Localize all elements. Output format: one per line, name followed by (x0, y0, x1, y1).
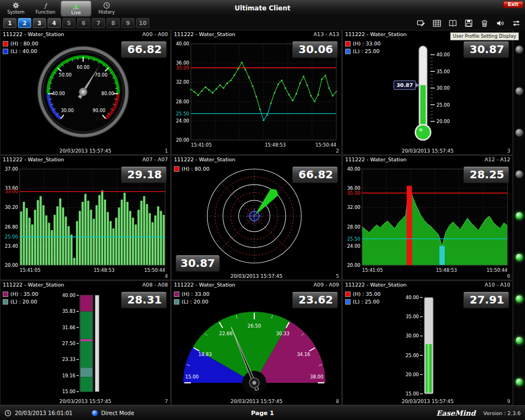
nav-tab-system[interactable]: System (1, 0, 31, 16)
nav-tab-function[interactable]: ƒ Function (31, 0, 60, 16)
value-readout: 23.62 (292, 291, 338, 308)
panel-header: 111222 - Water_StationA13 - A13 (171, 30, 342, 38)
legend-label: (H) : 80.00 (10, 40, 38, 46)
tab-row: 12345678910 (0, 16, 525, 30)
led-indicator-8 (515, 336, 523, 345)
page-tab-3[interactable]: 3 (33, 18, 46, 28)
panel-station: 111222 - Water_Station (345, 31, 406, 38)
svg-text:31.66: 31.66 (62, 325, 75, 330)
page-tabs: 12345678910 (2, 16, 149, 28)
page-tab-10[interactable]: 10 (136, 18, 149, 28)
panel-station: 111222 - Water_Station (3, 282, 64, 289)
page-tab-7[interactable]: 7 (92, 18, 105, 28)
page-tab-6[interactable]: 6 (77, 18, 90, 28)
page-tab-4[interactable]: 4 (48, 18, 61, 28)
nav-tab-history[interactable]: History (92, 0, 121, 16)
panel-index: 1 (165, 148, 168, 154)
svg-text:15:50:44: 15:50:44 (487, 267, 508, 273)
panel-body: 30.0040.0050.0060.0070.0080.0090.00(H) :… (0, 38, 171, 155)
panel-station: 111222 - Water_Station (3, 156, 64, 164)
panel-timestamp: 20/03/2013 15:57:45 (342, 148, 513, 154)
svg-text:15.00: 15.00 (185, 374, 199, 380)
panel-5-radar[interactable]: 111222 - Water_Station(H) : 80.0066.8230… (171, 155, 342, 280)
svg-text:19.16: 19.16 (62, 373, 75, 378)
toolbar-button-new-display[interactable] (414, 18, 428, 28)
value-readout: 30.87 (463, 41, 509, 58)
panel-legend: (H) : 35.00(L) : 25.00 (345, 291, 381, 305)
toolbar-button-user-profile[interactable] (446, 18, 459, 28)
status-bar: 20/03/2013 16:01:01 Direct Mode Page 1 E… (0, 405, 525, 420)
panel-timestamp: 20/03/2013 15:57:45 (171, 399, 342, 404)
panel-2-line[interactable]: 111222 - Water_StationA13 - A1340.0036.0… (171, 30, 342, 155)
toolbar-button-sync[interactable] (509, 18, 523, 28)
audio-icon (495, 19, 506, 28)
svg-text:15.00: 15.00 (406, 391, 419, 396)
svg-text:40.00: 40.00 (347, 166, 360, 172)
led-indicator-9 (515, 378, 523, 386)
page-tab-9[interactable]: 9 (121, 18, 135, 28)
panel-header: 111222 - Water_StationA12 - A12 (342, 155, 513, 164)
legend-item: (H) : 80.00 (174, 166, 209, 172)
legend-label: (H) : 33.00 (182, 291, 209, 297)
panel-header: 111222 - Water_StationA08 - A08 (0, 281, 171, 289)
panel-index: 4 (165, 273, 168, 279)
svg-text:25.00: 25.00 (436, 102, 450, 108)
svg-text:22.66: 22.66 (219, 331, 232, 336)
svg-text:30.87: 30.87 (396, 82, 413, 88)
panel-grid: 111222 - Water_StationA00 - A0030.0040.0… (0, 30, 513, 405)
panel-timestamp: 20/03/2013 15:57:45 (0, 399, 171, 404)
value-readout: 28.25 (463, 166, 509, 183)
svg-text:35.00: 35.00 (406, 314, 419, 319)
svg-text:20.00: 20.00 (436, 119, 450, 124)
legend-swatch (174, 291, 179, 297)
svg-text:15:50:44: 15:50:44 (144, 267, 165, 273)
panel-body: 15.0018.8322.6626.5030.3334.1638.00(H) :… (171, 289, 342, 405)
page-tab-5[interactable]: 5 (62, 18, 75, 28)
panel-channel: A07 - A07 (142, 156, 168, 164)
svg-text:ƒ: ƒ (43, 3, 48, 9)
page-tab-1[interactable]: 1 (3, 18, 16, 28)
panel-header: 111222 - Water_StationA10 - A10 (342, 281, 513, 289)
svg-text:35.00: 35.00 (347, 190, 360, 196)
panel-6-area[interactable]: 111222 - Water_StationA12 - A1240.0036.0… (342, 155, 513, 280)
toolbar-button-delete[interactable] (477, 18, 491, 28)
panel-index: 3 (507, 148, 510, 154)
toolbar-button-audio[interactable] (493, 18, 507, 28)
svg-text:35.00: 35.00 (436, 69, 450, 74)
panel-7-segbar[interactable]: 111222 - Water_StationA08 - A0840.0035.8… (0, 281, 171, 405)
svg-text:15:41:05: 15:41:05 (191, 142, 212, 148)
exit-button[interactable]: Exit (503, 1, 523, 8)
page-tab-8[interactable]: 8 (107, 18, 120, 28)
save-icon (463, 19, 474, 28)
panel-header: 111222 - Water_StationA07 - A07 (0, 155, 171, 164)
panel-8-semigauge[interactable]: 111222 - Water_StationA09 - A0915.0018.8… (171, 281, 342, 405)
panel-1-dial[interactable]: 111222 - Water_StationA00 - A0030.0040.0… (0, 30, 171, 155)
panel-9-vbar[interactable]: 111222 - Water_StationA10 - A1040.0035.0… (342, 281, 513, 405)
legend-swatch (3, 49, 8, 54)
panel-index: 8 (336, 399, 339, 404)
table-icon (431, 19, 442, 28)
svg-text:30.33: 30.33 (276, 331, 289, 336)
legend-item: (L) : 25.00 (345, 48, 381, 54)
function-icon: ƒ (42, 2, 49, 9)
panel-3-thermo[interactable]: 111222 - Water_Station40.0035.0030.0025.… (342, 30, 513, 155)
legend-swatch (174, 299, 179, 305)
legend-item: (L) : 20.00 (3, 299, 38, 305)
led-column (513, 30, 525, 405)
toolbar-button-table[interactable] (430, 18, 444, 28)
panel-4-bar[interactable]: 111222 - Water_StationA07 - A0737.0033.6… (0, 155, 171, 280)
panel-body: 40.0036.0035.0032.0028.0025.5024.0020.00… (171, 38, 342, 155)
svg-text:20.00: 20.00 (347, 262, 360, 268)
legend-item: (H) : 33.00 (174, 291, 209, 297)
value-readout: 66.82 (121, 41, 167, 58)
sync-icon (511, 19, 522, 28)
nav-tab-live[interactable]: Live (61, 1, 91, 16)
page-tab-2[interactable]: 2 (18, 18, 31, 28)
toolbar-button-save[interactable] (462, 18, 475, 28)
app-window: System ƒ Function Live History Ultimate … (0, 0, 525, 420)
legend-item: (H) : 35.00 (345, 291, 381, 297)
panel-channel: A12 - A12 (485, 156, 510, 164)
panel-index: 5 (336, 273, 339, 279)
svg-text:15:48:53: 15:48:53 (436, 267, 457, 273)
value-readout: 29.18 (121, 166, 167, 183)
